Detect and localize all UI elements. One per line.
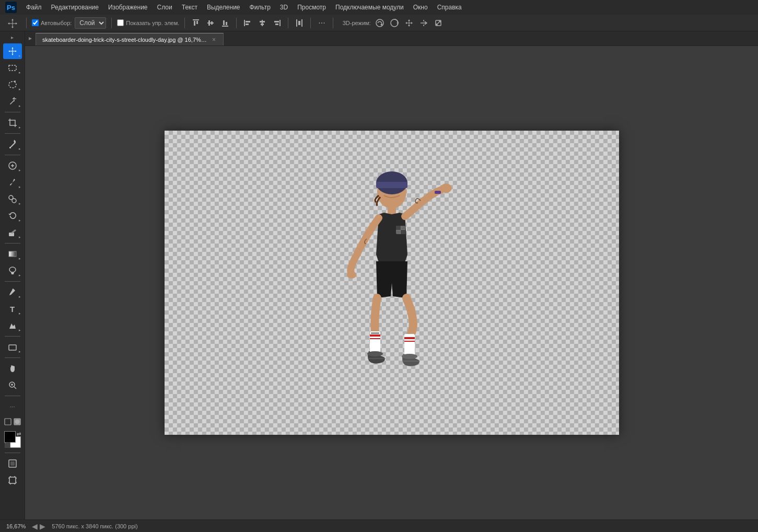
align-bottom-btn[interactable] xyxy=(219,17,231,29)
document-canvas xyxy=(165,131,619,435)
align-right-btn[interactable] xyxy=(271,17,283,29)
menu-file[interactable]: Файл xyxy=(22,2,46,13)
tool-sep-1 xyxy=(5,112,20,112)
align-left-btn[interactable] xyxy=(242,17,253,29)
svg-rect-2 xyxy=(193,19,199,20)
quick-mask-off[interactable] xyxy=(4,418,12,426)
svg-rect-19 xyxy=(275,24,278,25)
tool-move[interactable]: ▸ xyxy=(3,43,22,59)
status-bar: 16,67% ◀ ▶ 5760 пикс. x 3840 пикс. (300 … xyxy=(0,519,758,532)
tool-sep-5 xyxy=(5,281,20,282)
status-nav: ◀ ▶ xyxy=(32,522,45,530)
options-separator-5 xyxy=(288,18,288,28)
menu-3d[interactable]: 3D xyxy=(276,2,292,13)
svg-rect-46 xyxy=(9,477,16,483)
autoselect-dropdown[interactable]: Слой xyxy=(75,17,106,29)
tool-text[interactable]: T ▸ xyxy=(3,301,22,317)
svg-rect-54 xyxy=(396,226,401,230)
tool-sep-7 xyxy=(5,357,20,358)
zoom-level: 16,67% xyxy=(6,523,26,529)
menu-image[interactable]: Изображение xyxy=(104,2,152,13)
menu-view[interactable]: Просмотр xyxy=(293,2,330,13)
svg-rect-3 xyxy=(194,21,195,26)
skater-figure xyxy=(319,158,465,377)
svg-rect-20 xyxy=(296,19,297,27)
tool-artboard[interactable] xyxy=(3,472,22,488)
menu-edit[interactable]: Редактирование xyxy=(47,2,103,13)
document-tab[interactable]: skateboarder-doing-trick-city-s-street-c… xyxy=(36,33,224,45)
menu-select[interactable]: Выделение xyxy=(203,2,244,13)
tool-lasso[interactable]: ▸ xyxy=(3,77,22,92)
tool-extra[interactable]: ··· xyxy=(3,399,22,414)
autoselect-checkbox[interactable]: Автовыбор: xyxy=(32,19,72,26)
tool-crop[interactable]: ▸ xyxy=(3,115,22,131)
image-dimensions: 5760 пикс. x 3840 пикс. (300 ppi) xyxy=(52,523,137,529)
svg-rect-12 xyxy=(246,21,250,22)
svg-rect-50 xyxy=(388,206,396,214)
svg-point-43 xyxy=(15,420,19,424)
tool-magic-wand[interactable]: ▸ xyxy=(3,94,22,109)
tool-hand[interactable] xyxy=(3,361,22,376)
doc-area: ▸ skateboarder-doing-trick-city-s-street… xyxy=(25,31,758,519)
align-top-btn[interactable] xyxy=(190,17,202,29)
toolbar-expand[interactable]: ▸ xyxy=(0,34,25,40)
menu-help[interactable]: Справка xyxy=(433,2,466,13)
tab-close-btn[interactable]: × xyxy=(211,36,217,43)
tool-clone[interactable]: ▸ xyxy=(3,191,22,207)
move-tool-icon xyxy=(4,17,21,29)
foreground-color[interactable] xyxy=(4,431,16,443)
svg-point-35 xyxy=(12,199,16,203)
tool-select-rect[interactable]: ▸ xyxy=(3,60,22,76)
quick-mask-on[interactable] xyxy=(13,418,21,426)
tab-filename: skateboarder-doing-trick-city-s-street-c… xyxy=(42,37,208,43)
tool-sep-4 xyxy=(5,243,20,244)
align-vcenter-btn[interactable] xyxy=(205,17,216,29)
swap-colors-icon[interactable]: ⇄ xyxy=(17,431,21,437)
tool-eyedropper[interactable]: ▸ xyxy=(3,136,22,152)
tool-screen-mode[interactable] xyxy=(3,456,22,471)
tool-heal[interactable]: ▸ xyxy=(3,158,22,174)
threed-slide-btn[interactable] xyxy=(418,17,429,29)
threed-rotate-btn[interactable] xyxy=(374,17,386,29)
svg-rect-18 xyxy=(274,21,279,22)
options-separator-1 xyxy=(26,18,27,28)
tool-pen[interactable]: ▸ xyxy=(3,284,22,300)
threed-scale-btn[interactable] xyxy=(433,17,444,29)
svg-rect-67 xyxy=(371,332,379,334)
show-transform-checkbox[interactable]: Показать упр. элем. xyxy=(117,19,179,26)
distribute-btn-1[interactable] xyxy=(294,17,305,29)
reset-colors-icon[interactable]: ⬛ xyxy=(4,442,10,448)
threed-label: 3D-режим: xyxy=(343,20,371,26)
tab-expand-btn[interactable]: ▸ xyxy=(25,31,36,45)
tool-history[interactable]: ▸ xyxy=(3,208,22,224)
tool-path-select[interactable]: ▸ xyxy=(3,318,22,333)
menu-filter[interactable]: Фильтр xyxy=(246,2,275,13)
tool-dodge[interactable]: ▸ xyxy=(3,263,22,279)
menu-bar: Ps Файл Редактирование Изображение Слои … xyxy=(0,0,758,15)
svg-rect-61 xyxy=(370,338,380,339)
tool-eraser[interactable]: ▸ xyxy=(3,225,22,240)
tool-sep-3 xyxy=(5,155,20,155)
tool-sep-8 xyxy=(5,396,20,396)
menu-text[interactable]: Текст xyxy=(178,2,202,13)
menu-window[interactable]: Окно xyxy=(409,2,432,13)
options-separator-4 xyxy=(236,18,237,28)
tool-shape[interactable]: ▸ xyxy=(3,339,22,355)
more-options-btn[interactable]: ··· xyxy=(316,18,327,28)
threed-pan-btn[interactable] xyxy=(403,17,415,29)
svg-rect-4 xyxy=(196,21,198,24)
tab-bar: ▸ skateboarder-doing-trick-city-s-street… xyxy=(25,31,758,46)
tool-sep-6 xyxy=(5,336,20,337)
svg-rect-49 xyxy=(376,182,407,188)
menu-layers[interactable]: Слои xyxy=(153,2,177,13)
main-layout: ▸ ▸ ▸ ▸ ▸ ▸ ▸ xyxy=(0,31,758,519)
status-nav-next[interactable]: ▶ xyxy=(40,522,45,530)
tool-gradient[interactable]: ▸ xyxy=(3,246,22,262)
status-nav-prev[interactable]: ◀ xyxy=(32,522,38,530)
threed-roll-btn[interactable] xyxy=(389,17,400,29)
align-hcenter-btn[interactable] xyxy=(256,17,268,29)
menu-plugins[interactable]: Подключаемые модули xyxy=(331,2,408,13)
tool-brush[interactable]: ▸ xyxy=(3,175,22,190)
options-separator-2 xyxy=(111,18,112,28)
tool-zoom[interactable] xyxy=(3,377,22,393)
